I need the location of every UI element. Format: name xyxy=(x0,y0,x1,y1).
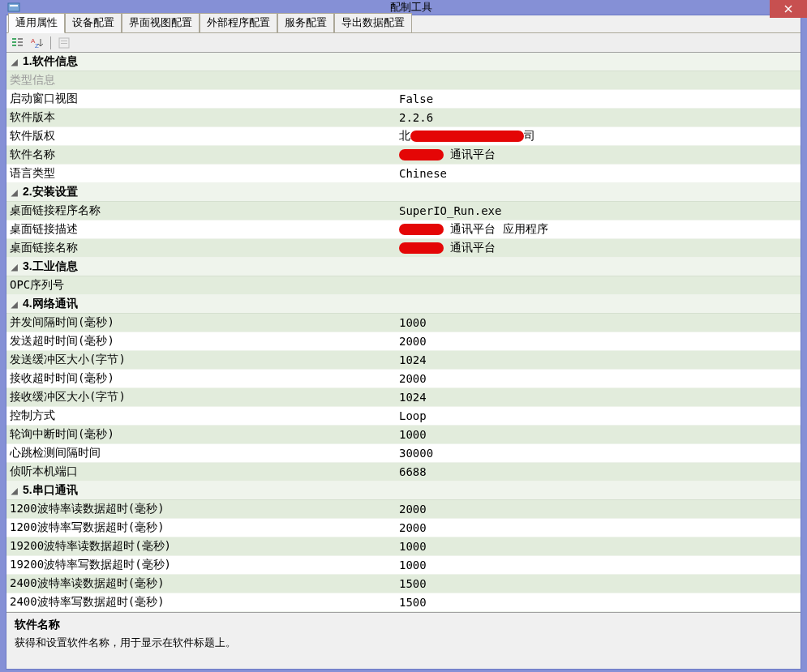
redacted-mark xyxy=(410,131,524,142)
collapse-icon[interactable]: ◢ xyxy=(10,188,19,197)
property-label: 19200波特率读数据超时(毫秒) xyxy=(6,537,396,556)
property-row[interactable]: 控制方式Loop xyxy=(6,407,801,426)
category-header[interactable]: ◢1.软件信息 xyxy=(6,53,801,71)
property-value[interactable]: 2.2.6 xyxy=(396,109,801,127)
property-label: 侦听本机端口 xyxy=(6,463,396,482)
property-row[interactable]: 桌面链接描述 通讯平台 应用程序 xyxy=(6,220,801,239)
property-value[interactable]: 1000 xyxy=(396,537,801,556)
property-label: 1200波特率写数据超时(毫秒) xyxy=(6,519,396,537)
property-value[interactable]: 1000 xyxy=(396,556,801,575)
property-row[interactable]: 侦听本机端口6688 xyxy=(6,463,801,482)
collapse-icon[interactable]: ◢ xyxy=(10,263,19,272)
property-row[interactable]: 1200波特率写数据超时(毫秒)2000 xyxy=(6,519,801,537)
app-window: 配制工具 通用属性 设备配置 界面视图配置 外部程序配置 服务配置 导出数据配置 xyxy=(0,0,807,672)
property-value[interactable]: 1500 xyxy=(396,575,801,593)
property-label: 软件版权 xyxy=(6,127,396,146)
property-value[interactable] xyxy=(396,276,801,295)
property-value[interactable]: 通讯平台 xyxy=(396,239,801,258)
property-label: 桌面链接名称 xyxy=(6,239,396,258)
property-value[interactable]: 2000 xyxy=(396,370,801,388)
property-row[interactable]: 接收缓冲区大小(字节)1024 xyxy=(6,388,801,407)
categorized-icon[interactable] xyxy=(10,35,26,51)
property-label: 桌面链接描述 xyxy=(6,220,396,239)
tab-general[interactable]: 通用属性 xyxy=(8,13,65,33)
redacted-mark xyxy=(399,242,444,254)
property-row[interactable]: OPC序列号 xyxy=(6,276,801,295)
property-row[interactable]: 软件版权北司 xyxy=(6,127,801,146)
redacted-mark xyxy=(399,224,444,235)
property-value[interactable]: 30000 xyxy=(396,444,801,463)
property-row[interactable]: 并发间隔时间(毫秒)1000 xyxy=(6,314,801,332)
tab-strip: 通用属性 设备配置 界面视图配置 外部程序配置 服务配置 导出数据配置 xyxy=(6,15,801,33)
property-row[interactable]: 桌面链接名称 通讯平台 xyxy=(6,239,801,258)
property-value[interactable]: 1000 xyxy=(396,426,801,444)
property-label: 轮询中断时间(毫秒) xyxy=(6,426,396,444)
property-value[interactable]: False xyxy=(396,90,801,109)
property-label: 2400波特率写数据超时(毫秒) xyxy=(6,593,396,612)
property-table: ◢1.软件信息类型信息启动窗口视图False软件版本2.2.6软件版权北司软件名… xyxy=(6,53,801,612)
property-value[interactable]: 1500 xyxy=(396,593,801,612)
category-header[interactable]: ◢4.网络通讯 xyxy=(6,295,801,314)
svg-rect-11 xyxy=(61,41,67,41)
property-value[interactable]: 通讯平台 xyxy=(396,146,801,165)
property-row[interactable]: 2400波特率读数据超时(毫秒)1500 xyxy=(6,575,801,593)
property-row[interactable]: 软件版本2.2.6 xyxy=(6,109,801,127)
help-description: 获得和设置软件名称，用于显示在软件标题上。 xyxy=(15,636,792,650)
property-row[interactable]: 轮询中断时间(毫秒)1000 xyxy=(6,426,801,444)
property-value[interactable]: 1024 xyxy=(396,388,801,407)
property-value[interactable]: Chinese xyxy=(396,165,801,183)
property-value[interactable]: Loop xyxy=(396,407,801,426)
property-value[interactable]: 6688 xyxy=(396,463,801,482)
collapse-icon[interactable]: ◢ xyxy=(10,300,19,309)
collapse-icon[interactable]: ◢ xyxy=(10,58,19,66)
tab-export[interactable]: 导出数据配置 xyxy=(334,13,412,32)
property-row[interactable]: 2400波特率写数据超时(毫秒)1500 xyxy=(6,593,801,612)
collapse-icon[interactable]: ◢ xyxy=(10,486,19,495)
category-header[interactable]: ◢2.安装设置 xyxy=(6,183,801,202)
category-title: 2.安装设置 xyxy=(23,185,78,198)
category-header[interactable]: ◢3.工业信息 xyxy=(6,258,801,276)
property-row[interactable]: 发送缓冲区大小(字节)1024 xyxy=(6,351,801,370)
property-row[interactable]: 桌面链接程序名称SuperIO_Run.exe xyxy=(6,202,801,220)
property-value[interactable]: 2000 xyxy=(396,500,801,519)
property-row[interactable]: 语言类型Chinese xyxy=(6,165,801,183)
property-row[interactable]: 19200波特率读数据超时(毫秒)1000 xyxy=(6,537,801,556)
tab-service[interactable]: 服务配置 xyxy=(277,13,334,32)
tab-external[interactable]: 外部程序配置 xyxy=(200,13,277,32)
property-value[interactable]: 北司 xyxy=(396,127,801,146)
property-value[interactable] xyxy=(396,71,801,90)
property-label: 心跳检测间隔时间 xyxy=(6,444,396,463)
property-row[interactable]: 类型信息 xyxy=(6,71,801,90)
svg-text:Z: Z xyxy=(35,42,39,49)
close-button[interactable] xyxy=(770,0,807,18)
alphabetical-icon[interactable]: A Z xyxy=(29,35,45,51)
property-value[interactable]: SuperIO_Run.exe xyxy=(396,202,801,220)
property-pages-icon[interactable] xyxy=(56,35,72,51)
property-value[interactable]: 2000 xyxy=(396,332,801,351)
property-row[interactable]: 发送超时时间(毫秒)2000 xyxy=(6,332,801,351)
tab-device[interactable]: 设备配置 xyxy=(65,13,122,32)
property-value[interactable]: 通讯平台 应用程序 xyxy=(396,220,801,239)
property-grid-scroll[interactable]: ◢1.软件信息类型信息启动窗口视图False软件版本2.2.6软件版权北司软件名… xyxy=(6,53,801,612)
property-label: 软件名称 xyxy=(6,146,396,165)
property-row[interactable]: 1200波特率读数据超时(毫秒)2000 xyxy=(6,500,801,519)
property-row[interactable]: 启动窗口视图False xyxy=(6,90,801,109)
property-value[interactable]: 2000 xyxy=(396,519,801,537)
property-row[interactable]: 接收超时时间(毫秒)2000 xyxy=(6,370,801,388)
property-row[interactable]: 19200波特率写数据超时(毫秒)1000 xyxy=(6,556,801,575)
svg-rect-1 xyxy=(10,5,18,6)
svg-rect-7 xyxy=(18,45,23,46)
property-row[interactable]: 心跳检测间隔时间30000 xyxy=(6,444,801,463)
tab-view[interactable]: 界面视图配置 xyxy=(122,13,200,32)
property-label: 发送缓冲区大小(字节) xyxy=(6,351,396,370)
category-title: 4.网络通讯 xyxy=(23,297,78,310)
property-row[interactable]: 软件名称 通讯平台 xyxy=(6,146,801,165)
property-value[interactable]: 1000 xyxy=(396,314,801,332)
svg-rect-4 xyxy=(18,38,23,40)
property-label: 接收缓冲区大小(字节) xyxy=(6,388,396,407)
property-value[interactable]: 1024 xyxy=(396,351,801,370)
redacted-mark xyxy=(399,149,444,161)
category-header[interactable]: ◢5.串口通讯 xyxy=(6,482,801,500)
window-buttons xyxy=(770,0,807,18)
property-label: 发送超时时间(毫秒) xyxy=(6,332,396,351)
